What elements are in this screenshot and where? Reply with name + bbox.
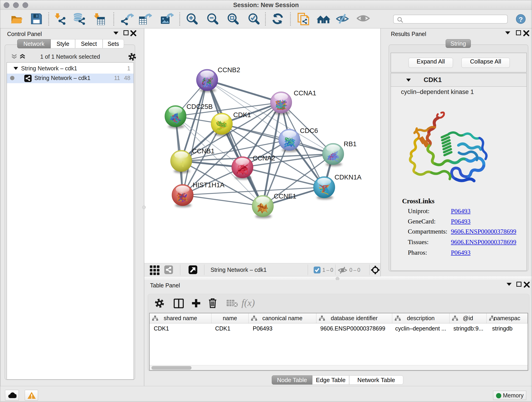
svg-text:HIST1H1A: HIST1H1A [193,181,225,189]
svg-text:CDKN1A: CDKN1A [335,173,361,181]
svg-text:CDK1: CDK1 [233,111,251,119]
svg-text:CCNB2: CCNB2 [218,66,240,74]
svg-text:CCNB1: CCNB1 [192,147,215,155]
svg-text:RB1: RB1 [344,140,356,148]
svg-text:CCNA1: CCNA1 [294,89,316,97]
svg-text:CCNA2: CCNA2 [253,154,275,162]
svg-text:CCNE1: CCNE1 [274,192,296,200]
svg-text:CDC6: CDC6 [300,127,318,134]
svg-text:CDC25B: CDC25B [186,103,213,110]
